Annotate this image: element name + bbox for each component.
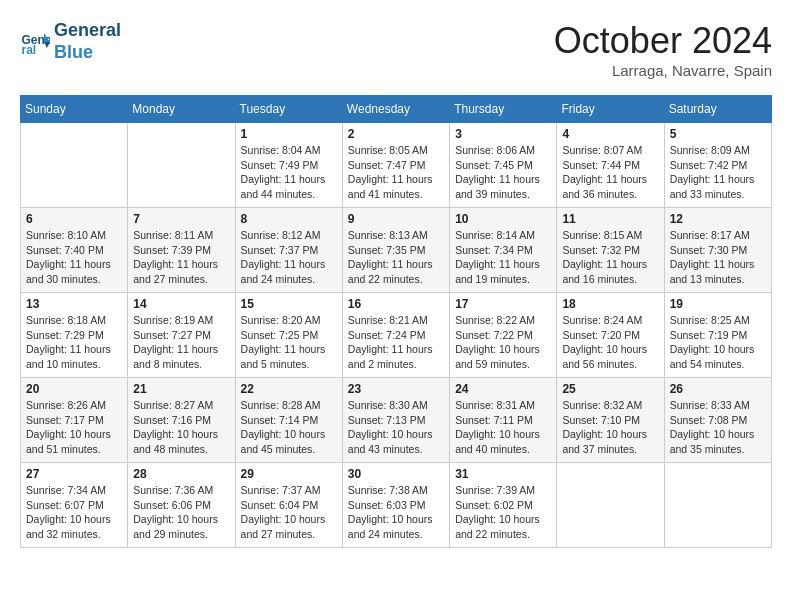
day-number: 5: [670, 127, 766, 141]
calendar-cell: 23Sunrise: 8:30 AMSunset: 7:13 PMDayligh…: [342, 378, 449, 463]
logo-icon: Gene ral: [20, 27, 50, 57]
day-number: 27: [26, 467, 122, 481]
calendar-cell: 6Sunrise: 8:10 AMSunset: 7:40 PMDaylight…: [21, 208, 128, 293]
day-header-sunday: Sunday: [21, 96, 128, 123]
day-number: 19: [670, 297, 766, 311]
day-number: 10: [455, 212, 551, 226]
day-number: 4: [562, 127, 658, 141]
calendar-week-3: 13Sunrise: 8:18 AMSunset: 7:29 PMDayligh…: [21, 293, 772, 378]
cell-content: Sunrise: 7:37 AMSunset: 6:04 PMDaylight:…: [241, 483, 337, 542]
location: Larraga, Navarre, Spain: [554, 62, 772, 79]
calendar-cell: 16Sunrise: 8:21 AMSunset: 7:24 PMDayligh…: [342, 293, 449, 378]
calendar-cell: [557, 463, 664, 548]
cell-content: Sunrise: 8:21 AMSunset: 7:24 PMDaylight:…: [348, 313, 444, 372]
day-number: 14: [133, 297, 229, 311]
calendar-cell: 25Sunrise: 8:32 AMSunset: 7:10 PMDayligh…: [557, 378, 664, 463]
day-number: 16: [348, 297, 444, 311]
calendar-week-5: 27Sunrise: 7:34 AMSunset: 6:07 PMDayligh…: [21, 463, 772, 548]
cell-content: Sunrise: 8:09 AMSunset: 7:42 PMDaylight:…: [670, 143, 766, 202]
cell-content: Sunrise: 8:10 AMSunset: 7:40 PMDaylight:…: [26, 228, 122, 287]
month-title: October 2024: [554, 20, 772, 62]
cell-content: Sunrise: 8:11 AMSunset: 7:39 PMDaylight:…: [133, 228, 229, 287]
calendar-cell: 13Sunrise: 8:18 AMSunset: 7:29 PMDayligh…: [21, 293, 128, 378]
day-number: 17: [455, 297, 551, 311]
cell-content: Sunrise: 8:17 AMSunset: 7:30 PMDaylight:…: [670, 228, 766, 287]
day-number: 24: [455, 382, 551, 396]
calendar-cell: 2Sunrise: 8:05 AMSunset: 7:47 PMDaylight…: [342, 123, 449, 208]
day-number: 31: [455, 467, 551, 481]
cell-content: Sunrise: 8:20 AMSunset: 7:25 PMDaylight:…: [241, 313, 337, 372]
day-number: 20: [26, 382, 122, 396]
calendar-cell: [128, 123, 235, 208]
calendar-cell: 24Sunrise: 8:31 AMSunset: 7:11 PMDayligh…: [450, 378, 557, 463]
day-header-thursday: Thursday: [450, 96, 557, 123]
cell-content: Sunrise: 8:27 AMSunset: 7:16 PMDaylight:…: [133, 398, 229, 457]
day-header-tuesday: Tuesday: [235, 96, 342, 123]
calendar-cell: 8Sunrise: 8:12 AMSunset: 7:37 PMDaylight…: [235, 208, 342, 293]
cell-content: Sunrise: 8:12 AMSunset: 7:37 PMDaylight:…: [241, 228, 337, 287]
calendar-cell: [664, 463, 771, 548]
logo-text-blue: Blue: [54, 42, 121, 64]
calendar-cell: 21Sunrise: 8:27 AMSunset: 7:16 PMDayligh…: [128, 378, 235, 463]
day-number: 21: [133, 382, 229, 396]
calendar-cell: 3Sunrise: 8:06 AMSunset: 7:45 PMDaylight…: [450, 123, 557, 208]
calendar-cell: 18Sunrise: 8:24 AMSunset: 7:20 PMDayligh…: [557, 293, 664, 378]
calendar-cell: 27Sunrise: 7:34 AMSunset: 6:07 PMDayligh…: [21, 463, 128, 548]
day-number: 7: [133, 212, 229, 226]
calendar-cell: 19Sunrise: 8:25 AMSunset: 7:19 PMDayligh…: [664, 293, 771, 378]
cell-content: Sunrise: 8:32 AMSunset: 7:10 PMDaylight:…: [562, 398, 658, 457]
cell-content: Sunrise: 8:15 AMSunset: 7:32 PMDaylight:…: [562, 228, 658, 287]
calendar-cell: 30Sunrise: 7:38 AMSunset: 6:03 PMDayligh…: [342, 463, 449, 548]
calendar-cell: 28Sunrise: 7:36 AMSunset: 6:06 PMDayligh…: [128, 463, 235, 548]
cell-content: Sunrise: 7:38 AMSunset: 6:03 PMDaylight:…: [348, 483, 444, 542]
cell-content: Sunrise: 8:33 AMSunset: 7:08 PMDaylight:…: [670, 398, 766, 457]
cell-content: Sunrise: 7:34 AMSunset: 6:07 PMDaylight:…: [26, 483, 122, 542]
calendar-cell: 17Sunrise: 8:22 AMSunset: 7:22 PMDayligh…: [450, 293, 557, 378]
cell-content: Sunrise: 8:31 AMSunset: 7:11 PMDaylight:…: [455, 398, 551, 457]
cell-content: Sunrise: 8:26 AMSunset: 7:17 PMDaylight:…: [26, 398, 122, 457]
day-number: 8: [241, 212, 337, 226]
day-header-saturday: Saturday: [664, 96, 771, 123]
cell-content: Sunrise: 8:04 AMSunset: 7:49 PMDaylight:…: [241, 143, 337, 202]
day-number: 30: [348, 467, 444, 481]
day-header-friday: Friday: [557, 96, 664, 123]
day-number: 9: [348, 212, 444, 226]
cell-content: Sunrise: 8:07 AMSunset: 7:44 PMDaylight:…: [562, 143, 658, 202]
page-header: Gene ral General Blue October 2024 Larra…: [20, 20, 772, 79]
cell-content: Sunrise: 8:22 AMSunset: 7:22 PMDaylight:…: [455, 313, 551, 372]
day-number: 18: [562, 297, 658, 311]
cell-content: Sunrise: 8:30 AMSunset: 7:13 PMDaylight:…: [348, 398, 444, 457]
day-number: 22: [241, 382, 337, 396]
logo-text-general: General: [54, 20, 121, 42]
calendar-cell: 14Sunrise: 8:19 AMSunset: 7:27 PMDayligh…: [128, 293, 235, 378]
calendar-week-1: 1Sunrise: 8:04 AMSunset: 7:49 PMDaylight…: [21, 123, 772, 208]
calendar-cell: 9Sunrise: 8:13 AMSunset: 7:35 PMDaylight…: [342, 208, 449, 293]
calendar-cell: 1Sunrise: 8:04 AMSunset: 7:49 PMDaylight…: [235, 123, 342, 208]
cell-content: Sunrise: 8:28 AMSunset: 7:14 PMDaylight:…: [241, 398, 337, 457]
day-header-wednesday: Wednesday: [342, 96, 449, 123]
day-number: 11: [562, 212, 658, 226]
calendar-cell: 20Sunrise: 8:26 AMSunset: 7:17 PMDayligh…: [21, 378, 128, 463]
calendar-week-2: 6Sunrise: 8:10 AMSunset: 7:40 PMDaylight…: [21, 208, 772, 293]
title-block: October 2024 Larraga, Navarre, Spain: [554, 20, 772, 79]
calendar-cell: [21, 123, 128, 208]
day-number: 3: [455, 127, 551, 141]
cell-content: Sunrise: 8:19 AMSunset: 7:27 PMDaylight:…: [133, 313, 229, 372]
day-number: 1: [241, 127, 337, 141]
calendar-cell: 29Sunrise: 7:37 AMSunset: 6:04 PMDayligh…: [235, 463, 342, 548]
cell-content: Sunrise: 8:18 AMSunset: 7:29 PMDaylight:…: [26, 313, 122, 372]
calendar-cell: 15Sunrise: 8:20 AMSunset: 7:25 PMDayligh…: [235, 293, 342, 378]
logo: Gene ral General Blue: [20, 20, 121, 63]
cell-content: Sunrise: 8:24 AMSunset: 7:20 PMDaylight:…: [562, 313, 658, 372]
calendar-cell: 26Sunrise: 8:33 AMSunset: 7:08 PMDayligh…: [664, 378, 771, 463]
day-number: 2: [348, 127, 444, 141]
calendar-cell: 31Sunrise: 7:39 AMSunset: 6:02 PMDayligh…: [450, 463, 557, 548]
day-number: 29: [241, 467, 337, 481]
day-number: 12: [670, 212, 766, 226]
calendar-cell: 4Sunrise: 8:07 AMSunset: 7:44 PMDaylight…: [557, 123, 664, 208]
cell-content: Sunrise: 8:25 AMSunset: 7:19 PMDaylight:…: [670, 313, 766, 372]
day-number: 23: [348, 382, 444, 396]
svg-text:ral: ral: [22, 43, 37, 57]
day-number: 15: [241, 297, 337, 311]
cell-content: Sunrise: 8:06 AMSunset: 7:45 PMDaylight:…: [455, 143, 551, 202]
